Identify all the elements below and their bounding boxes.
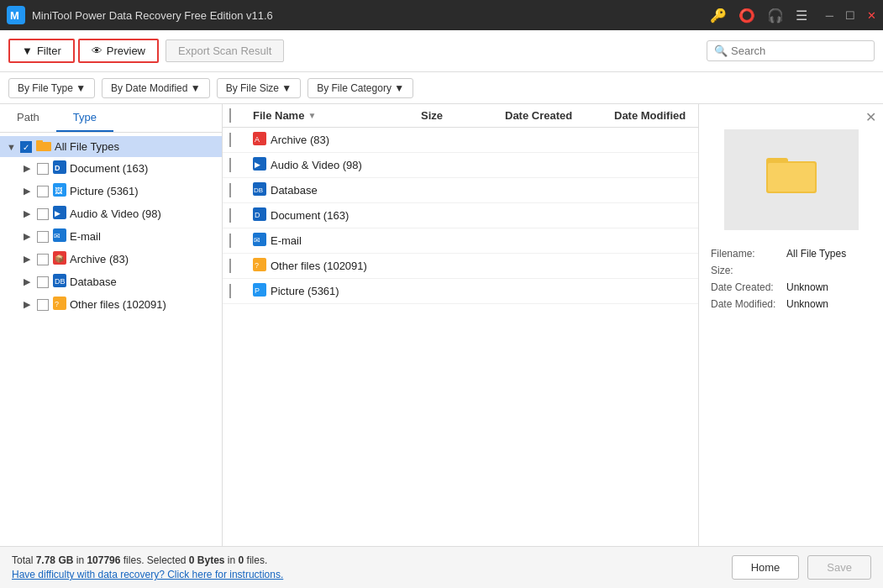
search-input[interactable] <box>731 45 867 57</box>
row-filename: Archive (83) <box>271 134 329 146</box>
filter-icon: ▼ <box>22 45 33 57</box>
filter-filecategory[interactable]: By File Category ▼ <box>307 78 413 98</box>
tree-item-archive[interactable]: ▶ 📦 Archive (83) <box>0 248 222 270</box>
sort-arrow-icon: ▼ <box>307 111 316 120</box>
row-filename: Database <box>271 184 318 197</box>
size-value <box>785 262 873 279</box>
select-all-checkbox[interactable] <box>229 108 231 123</box>
folder-icon-root <box>36 139 51 154</box>
row-filename: Other files (102091) <box>271 260 367 272</box>
selected-size: 0 Bytes <box>189 554 225 566</box>
home-button[interactable]: Home <box>732 555 800 580</box>
db-icon: DB <box>53 274 66 290</box>
svg-text:?: ? <box>55 300 59 308</box>
preview-folder-icon <box>766 155 817 206</box>
left-panel: Path Type ▼ ✓ All File Types ▶ <box>0 104 223 546</box>
help-link[interactable]: Have difficulty with data recovery? Clic… <box>12 569 283 580</box>
preview-button[interactable]: 👁 Preview <box>78 39 159 63</box>
tree-item-picture[interactable]: ▶ 🖼 Picture (5361) <box>0 180 222 202</box>
pic-icon: 🖼 <box>53 183 66 199</box>
tab-type[interactable]: Type <box>56 104 113 132</box>
svg-text:DB: DB <box>254 186 263 194</box>
headset-icon[interactable]: 🎧 <box>767 8 784 24</box>
checkbox-root[interactable]: ✓ <box>20 141 32 153</box>
file-row[interactable]: DB Database <box>223 178 698 203</box>
file-row[interactable]: ? Other files (102091) <box>223 254 698 279</box>
tree-item-document[interactable]: ▶ D Document (163) <box>0 157 222 180</box>
tree-root-label: All File Types <box>55 140 119 153</box>
svg-text:?: ? <box>255 261 259 270</box>
minimize-button[interactable]: ─ <box>826 9 833 22</box>
filter-datemodified[interactable]: By Date Modified ▼ <box>102 78 210 98</box>
row-filename: Audio & Video (98) <box>271 159 362 171</box>
export-button[interactable]: Export Scan Result <box>166 39 284 62</box>
preview-area <box>724 129 859 230</box>
tree-item-audiovideo[interactable]: ▶ ▶ Audio & Video (98) <box>0 202 222 225</box>
row-checkbox[interactable] <box>229 208 231 223</box>
tree-item-label: E-mail <box>70 230 101 243</box>
row-checkbox[interactable] <box>229 259 231 273</box>
close-panel-button[interactable]: ✕ <box>865 109 876 125</box>
filter-bar: By File Type ▼ By Date Modified ▼ By Fil… <box>0 72 883 104</box>
checkbox-db[interactable] <box>37 276 49 288</box>
tree-item-label: Other files (102091) <box>70 298 166 311</box>
tree-item-database[interactable]: ▶ DB Database <box>0 270 222 293</box>
expander-archive: ▶ <box>24 254 37 265</box>
tree-item-otherfiles[interactable]: ▶ ? Other files (102091) <box>0 293 222 316</box>
row-checkbox[interactable] <box>229 183 231 197</box>
circle-icon[interactable]: ⭕ <box>738 8 755 24</box>
checkbox-archive[interactable] <box>37 254 49 265</box>
tree-item-email[interactable]: ▶ ✉ E-mail <box>0 225 222 248</box>
svg-text:▶: ▶ <box>55 209 60 218</box>
tree-root[interactable]: ▼ ✓ All File Types <box>0 136 222 157</box>
svg-text:M: M <box>10 9 19 22</box>
checkbox-other[interactable] <box>37 299 49 311</box>
file-row[interactable]: A Archive (83) <box>223 128 698 153</box>
expander-picture: ▶ <box>24 186 37 197</box>
file-row[interactable]: D Document (163) <box>223 203 698 228</box>
created-label: Date Created: <box>709 279 785 296</box>
file-row[interactable]: ✉ E-mail <box>223 228 698 254</box>
checkbox-email[interactable] <box>37 231 49 243</box>
tree-item-label: Audio & Video (98) <box>70 207 161 220</box>
status-summary: Total 7.78 GB in 107796 files. Selected … <box>12 554 283 566</box>
row-filename: Picture (5361) <box>271 285 339 297</box>
col-header-name[interactable]: File Name ▼ <box>253 109 421 122</box>
svg-text:DB: DB <box>55 277 66 286</box>
search-box: 🔍 <box>707 40 875 61</box>
svg-text:📦: 📦 <box>55 254 65 264</box>
total-size: 7.78 GB <box>36 554 74 566</box>
doc-icon: D <box>53 160 66 176</box>
svg-text:▶: ▶ <box>255 160 260 169</box>
key-icon[interactable]: 🔑 <box>710 8 727 24</box>
row-av-icon: ▶ <box>253 157 266 173</box>
checkbox-document[interactable] <box>37 163 49 175</box>
col-header-created[interactable]: Date Created <box>505 109 614 122</box>
file-row[interactable]: P Picture (5361) <box>223 279 698 304</box>
menu-icon[interactable]: ☰ <box>796 8 807 24</box>
status-info: Total 7.78 GB in 107796 files. Selected … <box>12 554 283 580</box>
svg-text:D: D <box>55 164 60 172</box>
file-row[interactable]: ▶ Audio & Video (98) <box>223 153 698 178</box>
filter-filesize[interactable]: By File Size ▼ <box>217 78 302 98</box>
col-header-size[interactable]: Size <box>421 109 505 122</box>
close-button[interactable]: ✕ <box>867 9 876 22</box>
checkbox-av[interactable] <box>37 208 49 220</box>
eye-icon: 👁 <box>92 45 102 57</box>
file-list: A Archive (83) ▶ Audio & Video (98) <box>223 128 698 546</box>
row-checkbox[interactable] <box>229 133 231 147</box>
tab-path[interactable]: Path <box>0 104 56 132</box>
maximize-button[interactable]: ☐ <box>845 9 855 22</box>
filter-button[interactable]: ▼ Filter <box>8 39 75 63</box>
row-other-icon: ? <box>253 258 266 274</box>
svg-text:D: D <box>255 211 260 219</box>
checkbox-picture[interactable] <box>37 186 49 197</box>
row-checkbox[interactable] <box>229 234 231 248</box>
col-header-modified[interactable]: Date Modified <box>614 109 691 122</box>
svg-rect-34 <box>768 163 815 192</box>
search-icon: 🔍 <box>714 45 728 57</box>
row-checkbox[interactable] <box>229 158 231 172</box>
filter-filetype[interactable]: By File Type ▼ <box>8 78 95 98</box>
row-doc-icon: D <box>253 207 266 223</box>
row-checkbox[interactable] <box>229 284 231 298</box>
